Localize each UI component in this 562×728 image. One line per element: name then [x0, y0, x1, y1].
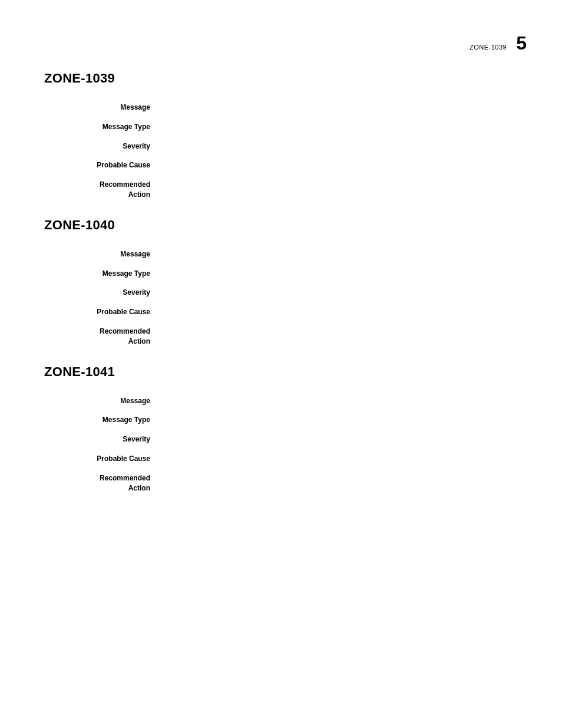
zone-1040-messagetype-value — [162, 269, 503, 279]
zone-1039-severity-row: Severity — [44, 141, 503, 151]
zone-1039-probablecause-row: Probable Cause — [44, 160, 503, 170]
zone-1040-recommendedaction-label: RecommendedAction — [44, 327, 162, 347]
zone-1041-probablecause-label: Probable Cause — [44, 454, 162, 464]
header-zone-label: ZONE-1039 — [470, 44, 507, 51]
zone-1041-probablecause-value — [162, 454, 503, 464]
zone-1041-messagetype-row: Message Type — [44, 415, 503, 425]
zone-1041-severity-row: Severity — [44, 434, 503, 444]
zone-1041-messagetype-value — [162, 415, 503, 425]
zone-1040-probablecause-row: Probable Cause — [44, 307, 503, 317]
zone-1040-recommendedaction-row: RecommendedAction — [44, 327, 503, 347]
zone-1040-severity-label: Severity — [44, 288, 162, 298]
zone-1041-message-value — [162, 396, 503, 406]
zone-1040-messagetype-row: Message Type — [44, 269, 503, 279]
zone-1040-messagetype-label: Message Type — [44, 269, 162, 279]
zone-1039-title: ZONE-1039 — [44, 71, 503, 86]
zone-1040-recommendedaction-value — [162, 327, 503, 347]
zone-1040-severity-row: Severity — [44, 288, 503, 298]
zone-1040-message-label: Message — [44, 249, 162, 259]
page-header: ZONE-1039 5 — [470, 32, 527, 54]
zone-1040-section: ZONE-1040 Message Message Type Severity … — [44, 218, 503, 347]
zone-1039-message-label: Message — [44, 103, 162, 113]
zone-1040-title: ZONE-1040 — [44, 218, 503, 233]
zone-1041-title: ZONE-1041 — [44, 364, 503, 380]
zone-1041-messagetype-label: Message Type — [44, 415, 162, 425]
zone-1039-message-row: Message — [44, 103, 503, 113]
zone-1039-messagetype-label: Message Type — [44, 122, 162, 132]
zone-1039-recommendedaction-row: RecommendedAction — [44, 180, 503, 200]
zone-1039-recommendedaction-label: RecommendedAction — [44, 180, 162, 200]
zone-1039-probablecause-label: Probable Cause — [44, 160, 162, 170]
zone-1039-messagetype-value — [162, 122, 503, 132]
zone-1041-recommendedaction-label: RecommendedAction — [44, 473, 162, 493]
header-page-number: 5 — [516, 32, 527, 54]
main-content: ZONE-1039 Message Message Type Severity … — [0, 0, 562, 493]
zone-1040-message-row: Message — [44, 249, 503, 259]
zone-1041-message-label: Message — [44, 396, 162, 406]
zone-1041-recommendedaction-value — [162, 473, 503, 493]
zone-1039-probablecause-value — [162, 160, 503, 170]
zone-1039-severity-label: Severity — [44, 141, 162, 151]
zone-1041-message-row: Message — [44, 396, 503, 406]
zone-1041-section: ZONE-1041 Message Message Type Severity … — [44, 364, 503, 493]
zone-1039-message-value — [162, 103, 503, 113]
zone-1040-probablecause-value — [162, 307, 503, 317]
zone-1040-severity-value — [162, 288, 503, 298]
zone-1041-probablecause-row: Probable Cause — [44, 454, 503, 464]
zone-1040-probablecause-label: Probable Cause — [44, 307, 162, 317]
zone-1041-severity-value — [162, 434, 503, 444]
zone-1041-severity-label: Severity — [44, 434, 162, 444]
zone-1040-message-value — [162, 249, 503, 259]
zone-1039-messagetype-row: Message Type — [44, 122, 503, 132]
zone-1041-recommendedaction-row: RecommendedAction — [44, 473, 503, 493]
zone-1039-severity-value — [162, 141, 503, 151]
zone-1039-section: ZONE-1039 Message Message Type Severity … — [44, 71, 503, 200]
zone-1039-recommendedaction-value — [162, 180, 503, 200]
